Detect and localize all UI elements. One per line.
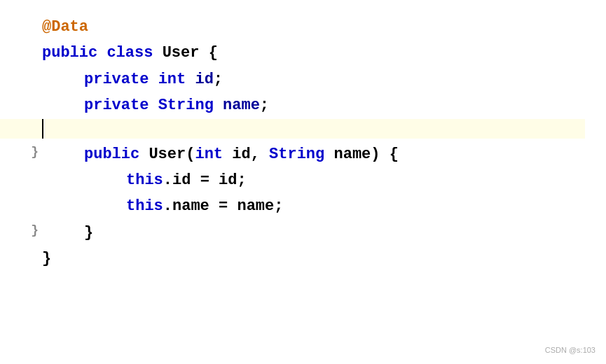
code-line-constructor: } public User(int id, String name) { [42,141,585,167]
field-name-name: name [223,92,260,118]
code-line-field-id: private int id; [84,66,585,92]
this-keyword-2: this [126,193,163,219]
constructor-open-brace: { [390,141,399,167]
semicolon-3: ; [237,167,246,193]
keyword-public: public [42,40,97,66]
id-value: id [219,167,237,193]
dot-id: .id [163,167,191,193]
param-string: String [269,146,324,163]
param-int: int [195,146,223,163]
keyword-public-2: public [84,141,139,167]
code-line-this-name: this.name = name; [126,193,585,219]
code-line-close-class: } [42,246,585,272]
code-line-empty [0,119,585,139]
watermark: CSDN @s:103 [545,344,595,357]
open-brace: { [209,40,218,66]
constructor-params: (int id, String name) [186,141,380,167]
code-line-this-id: this.id = id; [126,167,585,193]
keyword-int: int [158,66,186,92]
this-keyword-1: this [126,167,163,193]
semicolon-1: ; [214,66,223,92]
semicolon-4: ; [274,193,283,219]
assign-1: = [200,167,209,193]
param-id: id [232,146,250,163]
param-name: name [333,146,371,163]
gutter-brace-close: } [7,220,46,241]
assign-2: = [219,193,228,219]
name-value: name [237,193,274,219]
gutter-brace-open: } [7,141,46,163]
code-line-close-constructor: } } [42,220,585,246]
type-string: String [158,92,214,118]
close-constructor-brace: } [84,220,93,246]
close-class-brace: } [42,246,51,272]
code-editor: @Data public class User { private int id… [0,0,606,364]
class-name-user: User [163,40,200,66]
code-line-annotation: @Data [42,14,585,40]
keyword-private-2: private [84,92,149,118]
field-id-name: id [195,66,213,92]
dot-name: .name [163,193,209,219]
code-line-field-name: private String name; [84,92,585,118]
annotation-token: @Data [42,14,88,40]
text-cursor [42,119,43,139]
semicolon-2: ; [260,92,269,118]
constructor-name: User [149,141,186,167]
keyword-class: class [106,40,153,66]
keyword-private-1: private [84,66,149,92]
code-line-class-decl: public class User { [42,40,585,66]
